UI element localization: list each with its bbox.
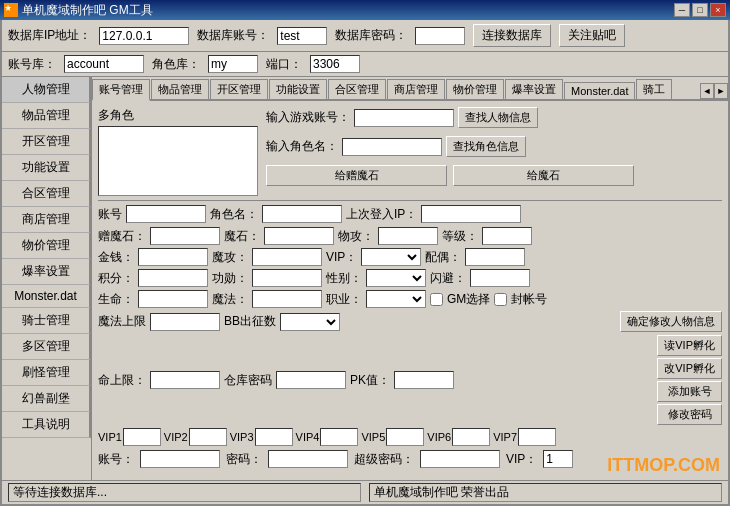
sidebar-item-tools[interactable]: 工具说明 — [2, 412, 91, 438]
merit-label: 功勋： — [212, 270, 248, 287]
life-max-input[interactable] — [150, 371, 220, 389]
gift-stone-label: 赠魔石： — [98, 228, 146, 245]
search-role-name-input[interactable] — [342, 138, 442, 156]
give-stone-button[interactable]: 给魔石 — [453, 165, 634, 186]
gm-select-checkbox[interactable] — [430, 293, 443, 306]
magic-stone-input[interactable] — [264, 227, 334, 245]
vip2-input[interactable] — [189, 428, 227, 446]
sidebar-item-monster[interactable]: Monster.dat — [2, 285, 91, 308]
add-account-button[interactable]: 添加账号 — [657, 381, 722, 402]
tab-funcset[interactable]: 功能设置 — [269, 79, 327, 99]
minimize-button[interactable]: ─ — [674, 3, 690, 17]
seal-account-checkbox[interactable] — [494, 293, 507, 306]
flash-input[interactable] — [470, 269, 530, 287]
tab-scroll-right[interactable]: ► — [714, 83, 728, 99]
warehouse-pwd-input[interactable] — [276, 371, 346, 389]
tab-openzone[interactable]: 开区管理 — [210, 79, 268, 99]
give-gift-stone-button[interactable]: 给赠魔石 — [266, 165, 447, 186]
bottom-account-input[interactable] — [140, 450, 220, 468]
find-role-button[interactable]: 查找角色信息 — [446, 136, 526, 157]
merit-input[interactable] — [252, 269, 322, 287]
sidebar-item-knight[interactable]: 骑士管理 — [2, 308, 91, 334]
sidebar-item-pet[interactable]: 幻兽副堡 — [2, 386, 91, 412]
tab-extra[interactable]: 骑工 — [636, 79, 672, 99]
tab-price[interactable]: 物价管理 — [446, 79, 504, 99]
life-label: 生命： — [98, 291, 134, 308]
super-pwd-input[interactable] — [420, 450, 500, 468]
magic-max-input[interactable] — [150, 313, 220, 331]
points-label: 积分： — [98, 270, 134, 287]
tab-monsterdat[interactable]: Monster.dat — [564, 82, 635, 99]
confirm-modify-button[interactable]: 确定修改人物信息 — [620, 311, 722, 332]
sidebar-item-shop[interactable]: 商店管理 — [2, 207, 91, 233]
db-password-input[interactable] — [415, 27, 465, 45]
pk-input[interactable] — [394, 371, 454, 389]
account-library-input[interactable] — [64, 55, 144, 73]
connect-db-button[interactable]: 连接数据库 — [473, 24, 551, 47]
sidebar-item-mergezone[interactable]: 合区管理 — [2, 181, 91, 207]
role-library-input[interactable] — [208, 55, 258, 73]
bottom-pwd-input[interactable] — [268, 450, 348, 468]
vip-field-label: VIP： — [326, 249, 357, 266]
multi-char-label: 多角色 — [98, 107, 134, 124]
bottom-vip-input[interactable] — [543, 450, 573, 468]
vip1-label: VIP1 — [98, 431, 122, 443]
tab-mergezone[interactable]: 合区管理 — [328, 79, 386, 99]
phy-atk-input[interactable] — [378, 227, 438, 245]
change-vip-button[interactable]: 改VIP孵化 — [657, 358, 722, 379]
bb-select[interactable] — [280, 313, 340, 331]
vip5-input[interactable] — [386, 428, 424, 446]
life-input[interactable] — [138, 290, 208, 308]
port-input[interactable] — [310, 55, 360, 73]
account-field-label: 账号 — [98, 206, 122, 223]
sidebar-item-multizone[interactable]: 多区管理 — [2, 334, 91, 360]
read-vip-button[interactable]: 读VIP孵化 — [657, 335, 722, 356]
db-account-input[interactable] — [277, 27, 327, 45]
tab-account[interactable]: 账号管理 — [92, 79, 150, 101]
sidebar: 人物管理 物品管理 开区管理 功能设置 合区管理 商店管理 物价管理 爆率设置 … — [2, 77, 92, 480]
vip3-input[interactable] — [255, 428, 293, 446]
sidebar-item-price[interactable]: 物价管理 — [2, 233, 91, 259]
tab-items[interactable]: 物品管理 — [151, 79, 209, 99]
restore-button[interactable]: □ — [692, 3, 708, 17]
tab-scroll-left[interactable]: ◄ — [700, 83, 714, 99]
vip4-input[interactable] — [320, 428, 358, 446]
points-input[interactable] — [138, 269, 208, 287]
spouse-input[interactable] — [465, 248, 525, 266]
content-area: 人物管理 物品管理 开区管理 功能设置 合区管理 商店管理 物价管理 爆率设置 … — [2, 77, 728, 480]
money-input[interactable] — [138, 248, 208, 266]
status-right: 单机魔域制作吧 荣誉出品 — [369, 483, 722, 502]
vip-select[interactable] — [361, 248, 421, 266]
sidebar-item-spawn[interactable]: 刷怪管理 — [2, 360, 91, 386]
vip6-input[interactable] — [452, 428, 490, 446]
gift-stone-input[interactable] — [150, 227, 220, 245]
db-password-label: 数据库密码： — [335, 27, 407, 44]
db-ip-input[interactable] — [99, 27, 189, 45]
tab-shop[interactable]: 商店管理 — [387, 79, 445, 99]
gender-select[interactable] — [366, 269, 426, 287]
change-pwd-button[interactable]: 修改密码 — [657, 404, 722, 425]
sidebar-item-droprate[interactable]: 爆率设置 — [2, 259, 91, 285]
watermark: ITTMOP.COM — [607, 455, 720, 476]
multi-char-listbox[interactable] — [98, 126, 258, 196]
sidebar-item-funcset[interactable]: 功能设置 — [2, 155, 91, 181]
job-select[interactable] — [366, 290, 426, 308]
vip2-label: VIP2 — [164, 431, 188, 443]
account-field-input[interactable] — [126, 205, 206, 223]
tab-droprate[interactable]: 爆率设置 — [505, 79, 563, 99]
sidebar-item-person[interactable]: 人物管理 — [2, 77, 91, 103]
last-ip-input[interactable] — [421, 205, 521, 223]
find-person-button[interactable]: 查找人物信息 — [458, 107, 538, 128]
close-tieba-button[interactable]: 关注贴吧 — [559, 24, 625, 47]
magic-atk-input[interactable] — [252, 248, 322, 266]
sidebar-item-items[interactable]: 物品管理 — [2, 103, 91, 129]
sidebar-item-openzone[interactable]: 开区管理 — [2, 129, 91, 155]
level-input[interactable] — [482, 227, 532, 245]
magic-skill-input[interactable] — [252, 290, 322, 308]
role-name-field-input[interactable] — [262, 205, 342, 223]
bottom-pwd-label: 密码： — [226, 451, 262, 468]
search-game-account-input[interactable] — [354, 109, 454, 127]
vip7-input[interactable] — [518, 428, 556, 446]
vip1-input[interactable] — [123, 428, 161, 446]
close-button[interactable]: × — [710, 3, 726, 17]
